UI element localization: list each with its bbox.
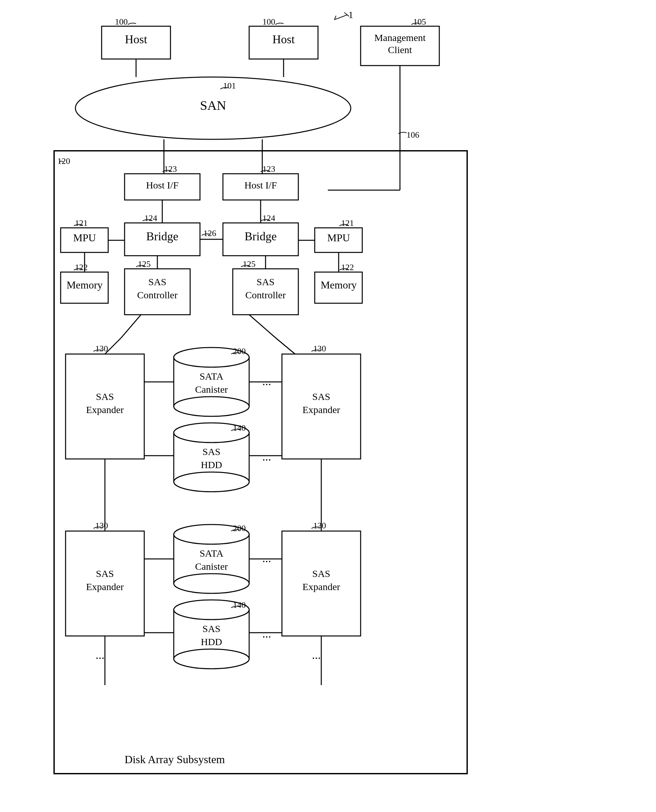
host1-label: Host <box>125 33 147 46</box>
hostif2-label: Host I/F <box>244 179 277 190</box>
sata1-dots: ... <box>262 375 271 388</box>
hostif1-label: Host I/F <box>146 179 178 190</box>
sas-hdd1-dots: ... <box>262 450 271 463</box>
sata2-bottom <box>174 574 249 593</box>
sas-hdd1-label2: HDD <box>201 459 222 470</box>
figure-number: 1 <box>348 9 353 20</box>
exp2b-dots: ... <box>312 648 321 662</box>
sas-ctrl2-label2: Controller <box>245 289 286 300</box>
mgmt-ref: 105 <box>413 17 426 26</box>
sas-ctrl2-label1: SAS <box>256 276 274 287</box>
mpu2-ref: 121 <box>341 218 354 228</box>
sas-hdd2-label2: HDD <box>201 636 222 647</box>
memory1-label: Memory <box>67 279 103 291</box>
mgmt-label2: Client <box>388 44 412 55</box>
sata1-label2: Canister <box>195 384 228 395</box>
sas-hdd2-dots: ... <box>262 627 271 640</box>
exp2a-dots: ... <box>96 648 105 662</box>
bridge2-label: Bridge <box>244 230 277 243</box>
sas-ctrl1-ref: 125 <box>138 259 151 269</box>
sas-exp1a-ref: 130 <box>95 344 108 353</box>
sas-hdd2-ref: 140 <box>233 600 246 610</box>
bridge1-label: Bridge <box>146 230 178 243</box>
mpu2-label: MPU <box>327 232 350 244</box>
subsystem-label: Disk Array Subsystem <box>125 753 225 766</box>
sas-hdd1-ref: 140 <box>233 423 246 433</box>
sata2-label1: SATA <box>200 548 224 558</box>
sas-hdd2-label1: SAS <box>202 623 220 634</box>
sas-exp2a-label1: SAS <box>96 568 114 579</box>
sas-hdd1-label1: SAS <box>202 446 220 457</box>
sas-exp2b-ref: 130 <box>313 521 326 531</box>
sas-exp1b-label1: SAS <box>312 391 330 402</box>
sas-exp2b-label1: SAS <box>312 568 330 579</box>
mpu1-ref: 121 <box>75 218 88 228</box>
memory1-ref: 122 <box>75 263 88 272</box>
sas-exp2a-ref: 130 <box>95 521 108 531</box>
sas-exp1a-label1: SAS <box>96 391 114 402</box>
sas-ctrl2-ref: 125 <box>243 259 256 269</box>
sas-hdd1-bottom <box>174 472 249 492</box>
host2-ref: 100 <box>263 17 275 26</box>
san-label: SAN <box>200 98 226 113</box>
mgmt-label1: Management <box>374 32 426 43</box>
sata2-dots: ... <box>262 552 271 565</box>
bridge2-ref: 124 <box>263 213 275 223</box>
sas-exp1b-ref: 130 <box>313 344 326 353</box>
hostif2-ref: 123 <box>263 164 275 174</box>
host1-ref: 100 <box>115 17 128 26</box>
sas-exp1a-label2: Expander <box>86 404 124 415</box>
bridge-conn-ref: 126 <box>204 229 217 238</box>
bridge1-ref: 124 <box>145 213 157 223</box>
sas-ctrl1-label1: SAS <box>148 276 166 287</box>
sata2-ref: 200 <box>233 524 246 533</box>
mpu1-label: MPU <box>73 232 96 244</box>
memory2-label: Memory <box>320 279 357 291</box>
sas-hdd2-bottom <box>174 649 249 669</box>
sas-exp1b-label2: Expander <box>303 404 340 415</box>
subsystem-ref: 120 <box>57 156 70 166</box>
san-ref: 101 <box>223 81 236 90</box>
mgmt-line-ref: 106 <box>407 130 419 140</box>
sas-ctrl1-label2: Controller <box>137 289 177 300</box>
sata1-bottom <box>174 397 249 416</box>
sata1-label1: SATA <box>200 371 224 382</box>
memory2-ref: 122 <box>341 263 354 272</box>
sata2-label2: Canister <box>195 561 228 572</box>
host2-label: Host <box>272 33 295 46</box>
diagram: 1 Host 100 Host 100 Management Client 10… <box>0 0 656 812</box>
sata1-ref: 200 <box>233 346 246 356</box>
sas-exp2a-label2: Expander <box>86 581 124 592</box>
svg-line-0 <box>334 15 348 20</box>
hostif1-ref: 123 <box>164 164 177 174</box>
sas-exp2b-label2: Expander <box>303 581 340 592</box>
